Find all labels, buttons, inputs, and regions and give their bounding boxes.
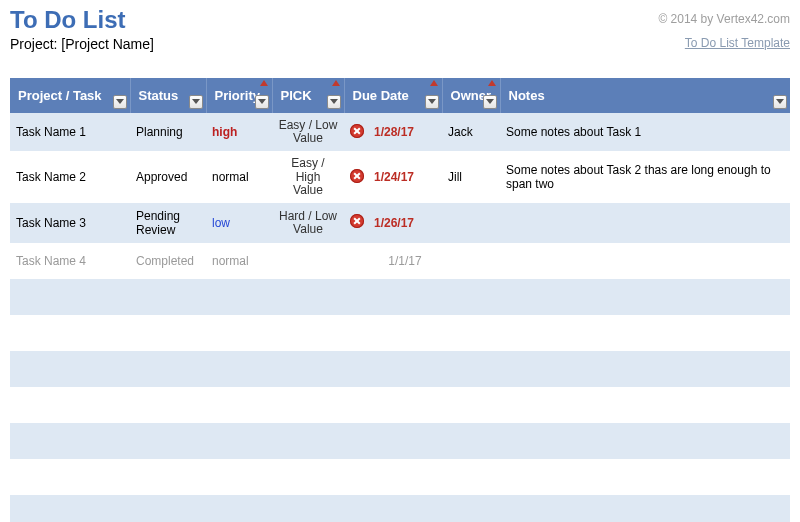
- empty-cell[interactable]: [442, 495, 500, 522]
- notes-cell[interactable]: Some notes about Task 1: [500, 113, 790, 151]
- empty-cell[interactable]: [442, 387, 500, 423]
- empty-cell[interactable]: [206, 495, 272, 522]
- empty-cell[interactable]: [272, 423, 344, 459]
- empty-cell[interactable]: [344, 495, 368, 522]
- empty-cell[interactable]: [368, 279, 442, 315]
- task-cell[interactable]: Task Name 4: [10, 243, 130, 279]
- template-link[interactable]: To Do List Template: [685, 36, 790, 50]
- empty-cell[interactable]: [130, 279, 206, 315]
- notes-cell[interactable]: [500, 203, 790, 243]
- empty-cell[interactable]: [442, 423, 500, 459]
- empty-cell[interactable]: [10, 495, 130, 522]
- empty-cell[interactable]: [10, 315, 130, 351]
- col-owner-header[interactable]: Owner: [442, 78, 500, 113]
- empty-cell[interactable]: [344, 423, 368, 459]
- empty-cell[interactable]: [500, 459, 790, 495]
- empty-cell[interactable]: [500, 279, 790, 315]
- empty-cell[interactable]: [442, 315, 500, 351]
- status-cell[interactable]: Completed: [130, 243, 206, 279]
- empty-cell[interactable]: [272, 495, 344, 522]
- notes-cell[interactable]: Some notes about Task 2 thas are long en…: [500, 151, 790, 203]
- col-notes-header[interactable]: Notes: [500, 78, 790, 113]
- filter-dropdown-icon[interactable]: [255, 95, 269, 109]
- empty-cell[interactable]: [442, 279, 500, 315]
- empty-cell[interactable]: [272, 351, 344, 387]
- task-cell[interactable]: Task Name 3: [10, 203, 130, 243]
- empty-cell[interactable]: [272, 387, 344, 423]
- status-cell[interactable]: Pending Review: [130, 203, 206, 243]
- empty-cell[interactable]: [368, 423, 442, 459]
- empty-cell[interactable]: [368, 387, 442, 423]
- col-status-header[interactable]: Status: [130, 78, 206, 113]
- empty-cell[interactable]: [368, 459, 442, 495]
- due-date-cell[interactable]: 1/26/17: [368, 203, 442, 243]
- status-cell[interactable]: Approved: [130, 151, 206, 203]
- empty-cell[interactable]: [368, 495, 442, 522]
- empty-cell[interactable]: [206, 279, 272, 315]
- col-due-date-header[interactable]: Due Date: [344, 78, 442, 113]
- empty-cell[interactable]: [368, 351, 442, 387]
- col-task-header[interactable]: Project / Task: [10, 78, 130, 113]
- priority-cell[interactable]: low: [206, 203, 272, 243]
- filter-dropdown-icon[interactable]: [483, 95, 497, 109]
- empty-cell[interactable]: [344, 459, 368, 495]
- owner-cell[interactable]: [442, 243, 500, 279]
- due-date-cell[interactable]: 1/24/17: [368, 151, 442, 203]
- empty-cell[interactable]: [344, 315, 368, 351]
- empty-cell[interactable]: [500, 495, 790, 522]
- empty-cell[interactable]: [442, 351, 500, 387]
- empty-cell[interactable]: [130, 459, 206, 495]
- pick-cell[interactable]: [272, 243, 344, 279]
- filter-dropdown-icon[interactable]: [773, 95, 787, 109]
- empty-cell[interactable]: [130, 351, 206, 387]
- priority-cell[interactable]: high: [206, 113, 272, 151]
- priority-cell[interactable]: normal: [206, 151, 272, 203]
- empty-cell[interactable]: [130, 315, 206, 351]
- empty-cell[interactable]: [10, 279, 130, 315]
- due-date-cell[interactable]: 1/28/17: [368, 113, 442, 151]
- col-pick-header[interactable]: PICK: [272, 78, 344, 113]
- filter-dropdown-icon[interactable]: [189, 95, 203, 109]
- filter-dropdown-icon[interactable]: [327, 95, 341, 109]
- empty-cell[interactable]: [344, 387, 368, 423]
- notes-cell[interactable]: [500, 243, 790, 279]
- empty-cell[interactable]: [130, 387, 206, 423]
- owner-cell[interactable]: Jack: [442, 113, 500, 151]
- empty-cell[interactable]: [206, 351, 272, 387]
- empty-cell[interactable]: [206, 315, 272, 351]
- empty-cell[interactable]: [272, 459, 344, 495]
- empty-cell[interactable]: [344, 279, 368, 315]
- empty-cell[interactable]: [10, 387, 130, 423]
- pick-cell[interactable]: Easy / LowValue: [272, 113, 344, 151]
- empty-cell[interactable]: [272, 315, 344, 351]
- filter-dropdown-icon[interactable]: [425, 95, 439, 109]
- task-cell[interactable]: Task Name 2: [10, 151, 130, 203]
- empty-cell[interactable]: [442, 459, 500, 495]
- empty-cell[interactable]: [10, 423, 130, 459]
- task-cell[interactable]: Task Name 1: [10, 113, 130, 151]
- empty-cell[interactable]: [272, 279, 344, 315]
- pick-cell[interactable]: Hard / LowValue: [272, 203, 344, 243]
- empty-cell[interactable]: [206, 459, 272, 495]
- pick-cell[interactable]: Easy / HighValue: [272, 151, 344, 203]
- svg-marker-3: [330, 99, 338, 104]
- empty-cell[interactable]: [500, 315, 790, 351]
- status-cell[interactable]: Planning: [130, 113, 206, 151]
- empty-cell[interactable]: [344, 351, 368, 387]
- filter-dropdown-icon[interactable]: [113, 95, 127, 109]
- owner-cell[interactable]: Jill: [442, 151, 500, 203]
- empty-cell[interactable]: [500, 351, 790, 387]
- empty-cell[interactable]: [10, 351, 130, 387]
- due-date-cell[interactable]: 1/1/17: [368, 243, 442, 279]
- empty-cell[interactable]: [500, 423, 790, 459]
- empty-cell[interactable]: [206, 423, 272, 459]
- priority-cell[interactable]: normal: [206, 243, 272, 279]
- empty-cell[interactable]: [130, 423, 206, 459]
- empty-cell[interactable]: [10, 459, 130, 495]
- col-priority-header[interactable]: Priority: [206, 78, 272, 113]
- empty-cell[interactable]: [130, 495, 206, 522]
- empty-cell[interactable]: [368, 315, 442, 351]
- empty-cell[interactable]: [206, 387, 272, 423]
- empty-cell[interactable]: [500, 387, 790, 423]
- owner-cell[interactable]: [442, 203, 500, 243]
